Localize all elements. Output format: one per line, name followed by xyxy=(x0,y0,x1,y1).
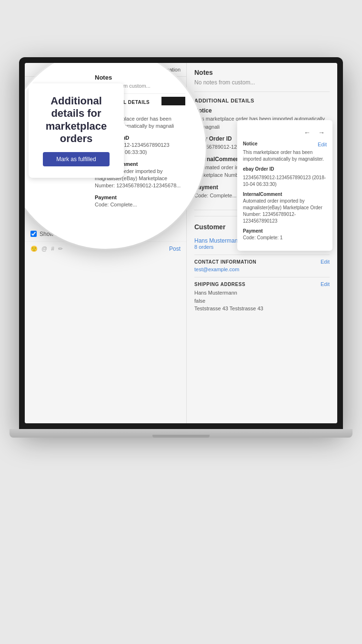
tooltip-payment-label: Payment xyxy=(243,228,327,234)
shipping-name: Hans Mustermann xyxy=(194,289,330,297)
callout-arrow xyxy=(124,124,132,137)
edit-icon: ✏ xyxy=(58,245,63,252)
tooltip-ebay-value: 123456789012-1234567890123 (2018-10-04 0… xyxy=(243,174,327,188)
mag-payment-value: Code: Complete... xyxy=(95,201,185,208)
mag-payment-label: Payment xyxy=(95,194,185,200)
tooltip-ebay-label: ebay Order ID xyxy=(243,166,274,172)
nav-arrows: ← → xyxy=(243,126,327,141)
shipping-address-title: SHIPPING ADDRESS xyxy=(194,282,245,287)
laptop-container: llment-Location €9,00 × 2 €38,00 Mark as… xyxy=(0,0,362,644)
contact-edit-link[interactable]: Edit xyxy=(321,259,330,265)
tooltip-notice-label: Notice xyxy=(243,141,258,146)
shipping-false: false xyxy=(194,297,330,305)
tooltip-notice: Notice Edit This marketplace order has b… xyxy=(243,141,327,163)
tooltip-notice-value: This marketplace order has been imported… xyxy=(243,149,327,163)
tooltip-notice-edit[interactable]: Edit xyxy=(318,142,327,147)
notes-text: No notes from custom... xyxy=(194,79,330,86)
notes-title: Notes xyxy=(194,69,330,76)
tooltip-notice-header: Notice Edit xyxy=(243,141,327,147)
callout-mark-fulfilled-button[interactable]: Mark as fulfilled xyxy=(43,152,110,166)
notice-label: Notice xyxy=(194,107,330,114)
shipping-street: Teststrasse 43 Teststrasse 43 xyxy=(194,305,330,313)
mag-payment: Payment Code: Complete... xyxy=(95,194,185,208)
tooltip-ebay-id: ebay Order ID 123456789012-1234567890123… xyxy=(243,166,327,188)
nav-forward-arrow[interactable]: → xyxy=(316,128,327,137)
tooltip-internal-comment-label: InternalComment xyxy=(243,192,327,197)
laptop-base xyxy=(10,429,352,438)
post-button[interactable]: Post xyxy=(169,245,181,252)
laptop-screen: llment-Location €9,00 × 2 €38,00 Mark as… xyxy=(19,57,343,429)
at-icon: @ xyxy=(41,245,47,252)
notes-section: Notes No notes from custom... xyxy=(194,69,330,92)
callout-text: Additional details for marketplace order… xyxy=(38,95,114,145)
mag-notes-title: Notes xyxy=(95,74,185,81)
customer-title: Customer xyxy=(194,223,225,231)
shipping-address-header: SHIPPING ADDRESS Edit xyxy=(194,281,330,287)
screen-inner: llment-Location €9,00 × 2 €38,00 Mark as… xyxy=(25,63,337,423)
callout-box: Additional details for marketplace order… xyxy=(29,83,124,178)
right-panel: Notes No notes from custom... ADDITIONAL… xyxy=(187,63,337,423)
tooltip-popup: ← → Notice Edit This marketplace order h… xyxy=(237,120,332,251)
black-bar xyxy=(161,97,185,105)
tooltip-internal-comment-value: Automated order imported by magnalister(… xyxy=(243,198,327,225)
emoji-icon: 🙂 xyxy=(30,245,38,252)
additional-details-title: ADDITIONAL DETAILS xyxy=(194,98,330,103)
tooltip-ebay-header: ebay Order ID xyxy=(243,166,327,173)
contact-info-title: CONTACT INFORMATION xyxy=(194,259,256,265)
contact-info-header: CONTACT INFORMATION Edit xyxy=(194,259,330,265)
shipping-edit-link[interactable]: Edit xyxy=(321,281,330,287)
tooltip-payment: Payment Code: Complete: 1 xyxy=(243,228,327,241)
hash-icon: # xyxy=(51,245,54,252)
show-comments-checkbox[interactable] xyxy=(30,231,37,237)
tooltip-internal-comment: InternalComment Automated order imported… xyxy=(243,192,327,225)
nav-back-arrow[interactable]: ← xyxy=(302,128,312,137)
contact-email[interactable]: test@example.com xyxy=(194,266,330,272)
tooltip-payment-value: Code: Complete: 1 xyxy=(243,235,327,241)
